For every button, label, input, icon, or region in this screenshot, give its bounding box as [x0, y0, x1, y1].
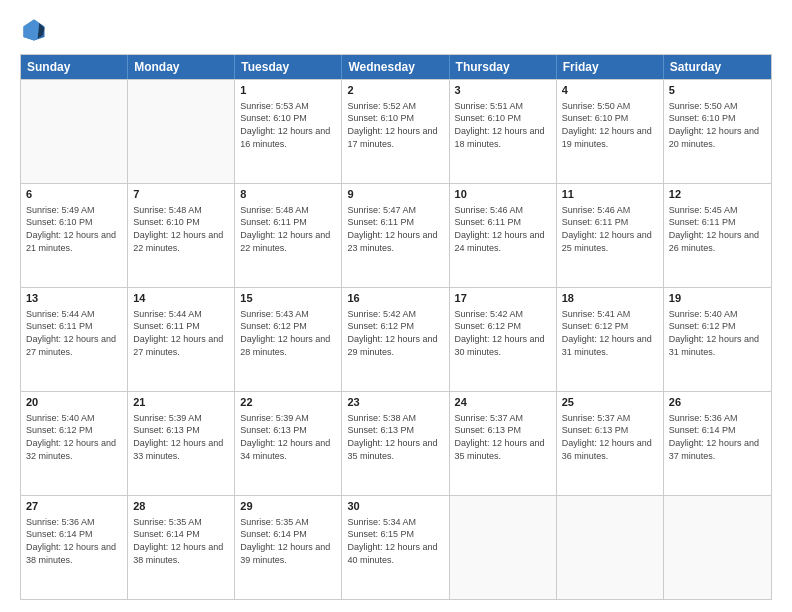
cell-info: Sunrise: 5:35 AM Sunset: 6:14 PM Dayligh…	[240, 516, 336, 566]
day-number: 19	[669, 291, 766, 306]
day-cell-25: 25Sunrise: 5:37 AM Sunset: 6:13 PM Dayli…	[557, 392, 664, 495]
day-number: 27	[26, 499, 122, 514]
cell-info: Sunrise: 5:52 AM Sunset: 6:10 PM Dayligh…	[347, 100, 443, 150]
day-number: 9	[347, 187, 443, 202]
cell-info: Sunrise: 5:36 AM Sunset: 6:14 PM Dayligh…	[26, 516, 122, 566]
day-number: 4	[562, 83, 658, 98]
empty-cell	[21, 80, 128, 183]
cell-info: Sunrise: 5:37 AM Sunset: 6:13 PM Dayligh…	[455, 412, 551, 462]
day-cell-10: 10Sunrise: 5:46 AM Sunset: 6:11 PM Dayli…	[450, 184, 557, 287]
cell-info: Sunrise: 5:37 AM Sunset: 6:13 PM Dayligh…	[562, 412, 658, 462]
day-number: 17	[455, 291, 551, 306]
calendar-header: SundayMondayTuesdayWednesdayThursdayFrid…	[21, 55, 771, 79]
day-number: 30	[347, 499, 443, 514]
cell-info: Sunrise: 5:45 AM Sunset: 6:11 PM Dayligh…	[669, 204, 766, 254]
day-cell-19: 19Sunrise: 5:40 AM Sunset: 6:12 PM Dayli…	[664, 288, 771, 391]
day-cell-21: 21Sunrise: 5:39 AM Sunset: 6:13 PM Dayli…	[128, 392, 235, 495]
cell-info: Sunrise: 5:47 AM Sunset: 6:11 PM Dayligh…	[347, 204, 443, 254]
day-cell-28: 28Sunrise: 5:35 AM Sunset: 6:14 PM Dayli…	[128, 496, 235, 599]
cell-info: Sunrise: 5:50 AM Sunset: 6:10 PM Dayligh…	[562, 100, 658, 150]
day-cell-20: 20Sunrise: 5:40 AM Sunset: 6:12 PM Dayli…	[21, 392, 128, 495]
day-number: 29	[240, 499, 336, 514]
day-cell-27: 27Sunrise: 5:36 AM Sunset: 6:14 PM Dayli…	[21, 496, 128, 599]
cell-info: Sunrise: 5:51 AM Sunset: 6:10 PM Dayligh…	[455, 100, 551, 150]
cell-info: Sunrise: 5:38 AM Sunset: 6:13 PM Dayligh…	[347, 412, 443, 462]
cell-info: Sunrise: 5:35 AM Sunset: 6:14 PM Dayligh…	[133, 516, 229, 566]
cell-info: Sunrise: 5:42 AM Sunset: 6:12 PM Dayligh…	[347, 308, 443, 358]
empty-cell	[664, 496, 771, 599]
day-cell-9: 9Sunrise: 5:47 AM Sunset: 6:11 PM Daylig…	[342, 184, 449, 287]
day-cell-16: 16Sunrise: 5:42 AM Sunset: 6:12 PM Dayli…	[342, 288, 449, 391]
day-number: 18	[562, 291, 658, 306]
week-row-2: 6Sunrise: 5:49 AM Sunset: 6:10 PM Daylig…	[21, 183, 771, 287]
day-cell-13: 13Sunrise: 5:44 AM Sunset: 6:11 PM Dayli…	[21, 288, 128, 391]
day-cell-8: 8Sunrise: 5:48 AM Sunset: 6:11 PM Daylig…	[235, 184, 342, 287]
day-cell-30: 30Sunrise: 5:34 AM Sunset: 6:15 PM Dayli…	[342, 496, 449, 599]
cell-info: Sunrise: 5:44 AM Sunset: 6:11 PM Dayligh…	[26, 308, 122, 358]
day-number: 8	[240, 187, 336, 202]
cell-info: Sunrise: 5:40 AM Sunset: 6:12 PM Dayligh…	[26, 412, 122, 462]
day-cell-15: 15Sunrise: 5:43 AM Sunset: 6:12 PM Dayli…	[235, 288, 342, 391]
week-row-4: 20Sunrise: 5:40 AM Sunset: 6:12 PM Dayli…	[21, 391, 771, 495]
day-number: 22	[240, 395, 336, 410]
logo	[20, 16, 52, 44]
page: SundayMondayTuesdayWednesdayThursdayFrid…	[0, 0, 792, 612]
day-cell-6: 6Sunrise: 5:49 AM Sunset: 6:10 PM Daylig…	[21, 184, 128, 287]
day-number: 13	[26, 291, 122, 306]
day-number: 5	[669, 83, 766, 98]
cell-info: Sunrise: 5:46 AM Sunset: 6:11 PM Dayligh…	[562, 204, 658, 254]
day-header-tuesday: Tuesday	[235, 55, 342, 79]
week-row-5: 27Sunrise: 5:36 AM Sunset: 6:14 PM Dayli…	[21, 495, 771, 599]
cell-info: Sunrise: 5:46 AM Sunset: 6:11 PM Dayligh…	[455, 204, 551, 254]
day-number: 3	[455, 83, 551, 98]
cell-info: Sunrise: 5:53 AM Sunset: 6:10 PM Dayligh…	[240, 100, 336, 150]
day-header-friday: Friday	[557, 55, 664, 79]
day-cell-3: 3Sunrise: 5:51 AM Sunset: 6:10 PM Daylig…	[450, 80, 557, 183]
cell-info: Sunrise: 5:34 AM Sunset: 6:15 PM Dayligh…	[347, 516, 443, 566]
cell-info: Sunrise: 5:44 AM Sunset: 6:11 PM Dayligh…	[133, 308, 229, 358]
calendar-body: 1Sunrise: 5:53 AM Sunset: 6:10 PM Daylig…	[21, 79, 771, 599]
day-cell-1: 1Sunrise: 5:53 AM Sunset: 6:10 PM Daylig…	[235, 80, 342, 183]
day-cell-17: 17Sunrise: 5:42 AM Sunset: 6:12 PM Dayli…	[450, 288, 557, 391]
cell-info: Sunrise: 5:39 AM Sunset: 6:13 PM Dayligh…	[240, 412, 336, 462]
day-cell-14: 14Sunrise: 5:44 AM Sunset: 6:11 PM Dayli…	[128, 288, 235, 391]
day-number: 16	[347, 291, 443, 306]
day-number: 23	[347, 395, 443, 410]
day-number: 21	[133, 395, 229, 410]
day-header-saturday: Saturday	[664, 55, 771, 79]
cell-info: Sunrise: 5:43 AM Sunset: 6:12 PM Dayligh…	[240, 308, 336, 358]
day-number: 12	[669, 187, 766, 202]
day-number: 28	[133, 499, 229, 514]
day-cell-12: 12Sunrise: 5:45 AM Sunset: 6:11 PM Dayli…	[664, 184, 771, 287]
day-header-monday: Monday	[128, 55, 235, 79]
svg-marker-2	[24, 20, 40, 41]
empty-cell	[450, 496, 557, 599]
day-number: 15	[240, 291, 336, 306]
cell-info: Sunrise: 5:40 AM Sunset: 6:12 PM Dayligh…	[669, 308, 766, 358]
day-number: 25	[562, 395, 658, 410]
day-cell-22: 22Sunrise: 5:39 AM Sunset: 6:13 PM Dayli…	[235, 392, 342, 495]
day-number: 14	[133, 291, 229, 306]
day-number: 6	[26, 187, 122, 202]
day-number: 10	[455, 187, 551, 202]
empty-cell	[128, 80, 235, 183]
day-cell-5: 5Sunrise: 5:50 AM Sunset: 6:10 PM Daylig…	[664, 80, 771, 183]
logo-icon	[20, 16, 48, 44]
day-cell-18: 18Sunrise: 5:41 AM Sunset: 6:12 PM Dayli…	[557, 288, 664, 391]
week-row-3: 13Sunrise: 5:44 AM Sunset: 6:11 PM Dayli…	[21, 287, 771, 391]
day-header-thursday: Thursday	[450, 55, 557, 79]
day-cell-7: 7Sunrise: 5:48 AM Sunset: 6:10 PM Daylig…	[128, 184, 235, 287]
day-number: 7	[133, 187, 229, 202]
day-number: 11	[562, 187, 658, 202]
day-cell-29: 29Sunrise: 5:35 AM Sunset: 6:14 PM Dayli…	[235, 496, 342, 599]
header	[20, 16, 772, 44]
empty-cell	[557, 496, 664, 599]
day-number: 20	[26, 395, 122, 410]
cell-info: Sunrise: 5:41 AM Sunset: 6:12 PM Dayligh…	[562, 308, 658, 358]
day-number: 26	[669, 395, 766, 410]
day-cell-24: 24Sunrise: 5:37 AM Sunset: 6:13 PM Dayli…	[450, 392, 557, 495]
day-header-sunday: Sunday	[21, 55, 128, 79]
day-cell-23: 23Sunrise: 5:38 AM Sunset: 6:13 PM Dayli…	[342, 392, 449, 495]
day-header-wednesday: Wednesday	[342, 55, 449, 79]
day-number: 24	[455, 395, 551, 410]
